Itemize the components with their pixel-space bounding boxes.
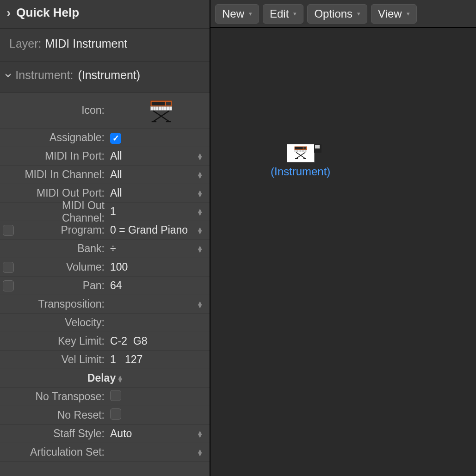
- pan-label: Pan:: [17, 279, 106, 292]
- layer-label: Layer:: [9, 37, 41, 50]
- stepper-icon[interactable]: ▴▾: [118, 375, 122, 382]
- staff-style-value: Auto: [106, 427, 210, 440]
- param-icon-label: Icon:: [17, 104, 106, 117]
- instrument-row[interactable]: › Instrument: (Instrument): [0, 62, 210, 93]
- menu-edit-label: Edit: [270, 7, 289, 20]
- params-list: Icon: Assignable: MIDI In Port: All ▴▾ M…: [0, 93, 210, 476]
- param-delay[interactable]: Delay ▴▾: [0, 369, 210, 388]
- midi-out-channel-value: 1: [106, 205, 210, 218]
- assignable-label: Assignable:: [17, 131, 106, 144]
- param-midi-out-channel[interactable]: MIDI Out Channel: 1 ▴▾: [0, 203, 210, 221]
- bank-value: ÷: [106, 242, 210, 255]
- no-reset-checkbox[interactable]: [110, 408, 121, 420]
- key-limit-value: C-2 G8: [106, 335, 210, 347]
- instrument-value: (Instrument): [78, 68, 140, 82]
- layer-row[interactable]: Layer: MIDI Instrument: [0, 29, 210, 62]
- midi-in-channel-label: MIDI In Channel:: [17, 168, 106, 181]
- menu-edit[interactable]: Edit ▾: [263, 4, 303, 24]
- inspector-panel: › Quick Help Layer: MIDI Instrument › In…: [0, 0, 210, 476]
- param-no-reset[interactable]: No Reset:: [0, 406, 210, 425]
- quick-help-title: Quick Help: [16, 6, 79, 20]
- node-icon-box: [287, 144, 315, 162]
- param-transposition[interactable]: Transposition: ▴▾: [0, 295, 210, 314]
- volume-value: 100: [106, 261, 210, 273]
- midi-in-port-value: All: [106, 150, 210, 162]
- param-assignable[interactable]: Assignable:: [0, 129, 210, 147]
- param-icon[interactable]: Icon:: [0, 93, 210, 129]
- param-staff-style[interactable]: Staff Style: Auto ▴▾: [0, 425, 210, 443]
- param-bank[interactable]: Bank: ÷ ▴▾: [0, 240, 210, 258]
- layer-value: MIDI Instrument: [45, 37, 127, 50]
- staff-style-label: Staff Style:: [17, 427, 106, 440]
- synth-icon: [109, 99, 210, 123]
- stepper-icon[interactable]: ▴▾: [198, 431, 202, 437]
- stepper-icon[interactable]: ▴▾: [198, 301, 202, 308]
- menu-options[interactable]: Options ▾: [307, 4, 367, 24]
- chevron-down-icon: ▾: [249, 10, 252, 17]
- pan-checkbox[interactable]: [3, 280, 14, 291]
- chevron-right-icon: ›: [6, 6, 11, 19]
- stepper-icon[interactable]: ▴▾: [198, 209, 202, 215]
- chevron-down-icon: ▾: [407, 10, 410, 17]
- no-reset-label: No Reset:: [17, 409, 106, 421]
- menubar: New ▾ Edit ▾ Options ▾ View ▾: [210, 0, 476, 28]
- assignable-checkbox[interactable]: [110, 133, 121, 144]
- vel-limit-value: 1 127: [106, 353, 210, 366]
- articulation-set-label: Articulation Set:: [17, 446, 106, 458]
- stepper-icon[interactable]: ▴▾: [198, 153, 202, 160]
- instrument-node[interactable]: (Instrument): [271, 144, 330, 178]
- chevron-down-icon: ›: [2, 73, 15, 77]
- volume-label: Volume:: [17, 261, 106, 273]
- delay-label: Delay: [87, 372, 116, 384]
- param-program[interactable]: Program: 0 = Grand Piano ▴▾: [0, 221, 210, 240]
- param-vel-limit[interactable]: Vel Limit: 1 127: [0, 351, 210, 369]
- stepper-icon[interactable]: ▴▾: [198, 190, 202, 197]
- param-articulation-set[interactable]: Articulation Set: ▴▾: [0, 443, 210, 462]
- node-label: (Instrument): [271, 165, 330, 178]
- stepper-icon[interactable]: ▴▾: [198, 227, 202, 234]
- param-no-transpose[interactable]: No Transpose:: [0, 388, 210, 406]
- midi-in-channel-value: All: [106, 168, 210, 181]
- synth-icon: [290, 145, 311, 161]
- no-transpose-checkbox[interactable]: [110, 390, 121, 401]
- menu-new[interactable]: New ▾: [215, 4, 259, 24]
- volume-checkbox[interactable]: [3, 262, 14, 273]
- key-limit-label: Key Limit:: [17, 335, 106, 347]
- node-flag-icon: [314, 144, 321, 153]
- vel-limit-label: Vel Limit:: [17, 353, 106, 366]
- stepper-icon[interactable]: ▴▾: [198, 172, 202, 178]
- pan-value: 64: [106, 279, 210, 292]
- chevron-down-icon: ▾: [293, 10, 297, 17]
- program-label: Program:: [17, 224, 106, 236]
- menu-options-label: Options: [314, 7, 352, 20]
- program-value: 0 = Grand Piano: [106, 224, 210, 236]
- midi-out-port-value: All: [106, 187, 210, 199]
- param-velocity[interactable]: Velocity:: [0, 314, 210, 332]
- menu-view[interactable]: View ▾: [371, 4, 417, 24]
- param-key-limit[interactable]: Key Limit: C-2 G8: [0, 332, 210, 351]
- midi-out-channel-label: MIDI Out Channel:: [17, 199, 106, 224]
- no-transpose-label: No Transpose:: [17, 390, 106, 403]
- param-midi-in-port[interactable]: MIDI In Port: All ▴▾: [0, 147, 210, 166]
- program-checkbox[interactable]: [3, 225, 14, 236]
- transposition-label: Transposition:: [17, 298, 106, 310]
- stepper-icon[interactable]: ▴▾: [198, 246, 202, 252]
- param-midi-in-channel[interactable]: MIDI In Channel: All ▴▾: [0, 166, 210, 184]
- midi-in-port-label: MIDI In Port:: [17, 150, 106, 162]
- param-volume[interactable]: Volume: 100: [0, 258, 210, 277]
- chevron-down-icon: ▾: [357, 10, 360, 17]
- velocity-label: Velocity:: [17, 316, 106, 329]
- midi-out-port-label: MIDI Out Port:: [17, 187, 106, 199]
- bank-label: Bank:: [17, 242, 106, 255]
- quick-help-header[interactable]: › Quick Help: [0, 0, 210, 29]
- environment-canvas[interactable]: (Instrument): [210, 28, 476, 476]
- param-pan[interactable]: Pan: 64: [0, 277, 210, 295]
- stepper-icon[interactable]: ▴▾: [198, 449, 202, 456]
- menu-view-label: View: [378, 7, 402, 20]
- instrument-label: Instrument:: [15, 68, 73, 82]
- menu-new-label: New: [222, 7, 244, 20]
- environment-panel: New ▾ Edit ▾ Options ▾ View ▾ (Instrumen…: [210, 0, 476, 476]
